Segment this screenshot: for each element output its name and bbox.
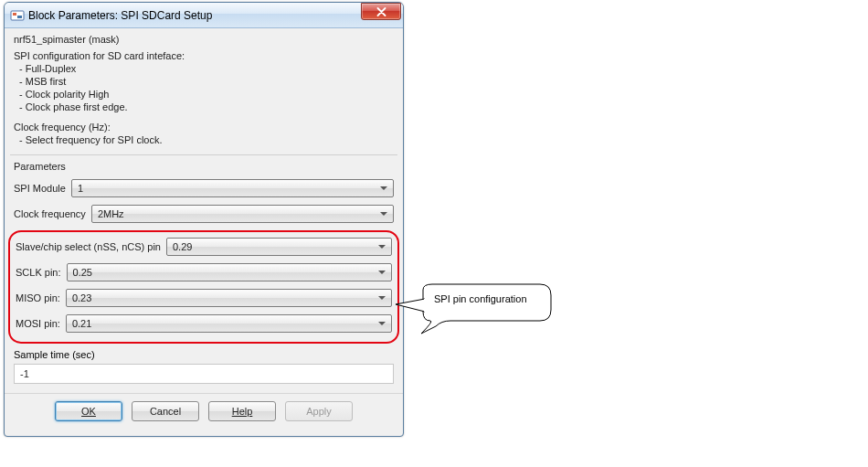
speech-bubble-icon <box>394 281 558 335</box>
svg-rect-2 <box>17 16 22 18</box>
sample-time-input[interactable] <box>14 364 394 384</box>
nss-pin-label: Slave/chip select (nSS, nCS) pin <box>16 241 161 252</box>
nss-pin-value: 0.29 <box>173 241 192 252</box>
desc-bullet: - Clock polarity High <box>14 89 394 100</box>
clock-frequency-label: Clock frequency <box>14 208 86 219</box>
ok-button[interactable]: OK <box>55 401 122 421</box>
close-button[interactable] <box>361 3 401 20</box>
spi-module-select[interactable]: 1 <box>71 179 394 197</box>
mosi-pin-label: MOSI pin: <box>16 318 60 329</box>
miso-pin-label: MISO pin: <box>16 292 60 303</box>
mosi-pin-select[interactable]: 0.21 <box>66 314 392 333</box>
param-clock-frequency: Clock frequency 2MHz <box>14 205 394 223</box>
help-button[interactable]: Help <box>208 401 276 421</box>
sclk-pin-label: SCLK pin: <box>16 267 61 278</box>
param-sample-time: Sample time (sec) <box>14 349 394 384</box>
apply-button: Apply <box>285 401 353 421</box>
desc-clock-bullet: - Select frequency for SPI clock. <box>14 134 394 145</box>
dialog-body: nrf51_spimaster (mask) SPI configuration… <box>5 28 403 436</box>
param-nss-pin: Slave/chip select (nSS, nCS) pin 0.29 <box>16 238 392 256</box>
svg-rect-1 <box>13 13 16 16</box>
clock-frequency-select[interactable]: 2MHz <box>91 205 394 223</box>
param-spi-module: SPI Module 1 <box>14 179 394 197</box>
divider <box>10 154 397 155</box>
svg-rect-3 <box>424 299 428 312</box>
sample-time-label: Sample time (sec) <box>14 349 95 360</box>
mask-name: nrf51_spimaster (mask) <box>14 34 394 45</box>
sclk-pin-value: 0.25 <box>73 267 92 278</box>
nss-pin-select[interactable]: 0.29 <box>166 238 392 256</box>
window-title: Block Parameters: SPI SDCard Setup <box>28 9 361 22</box>
param-miso-pin: MISO pin: 0.23 <box>16 289 392 307</box>
annotation-text: SPI pin configuration <box>434 293 527 304</box>
desc-clock-intro: Clock frequency (Hz): <box>14 122 394 133</box>
spi-module-value: 1 <box>78 183 83 194</box>
cancel-button-label: Cancel <box>150 406 181 417</box>
mosi-pin-value: 0.21 <box>72 318 91 329</box>
parameters-heading: Parameters <box>14 161 394 172</box>
desc-intro: SPI configuration for SD card inteface: <box>14 50 394 61</box>
close-icon <box>376 7 386 16</box>
miso-pin-select[interactable]: 0.23 <box>66 289 392 307</box>
description-block: SPI configuration for SD card inteface: … <box>14 50 394 145</box>
sclk-pin-select[interactable]: 0.25 <box>67 263 392 281</box>
param-sclk-pin: SCLK pin: 0.25 <box>16 263 392 281</box>
spi-pin-config-group: Slave/chip select (nSS, nCS) pin 0.29 SC… <box>8 230 399 344</box>
button-row: OK Cancel Help Apply <box>5 393 403 427</box>
clock-frequency-value: 2MHz <box>98 208 124 219</box>
desc-bullet: - MSB first <box>14 76 394 87</box>
ok-button-label: OK <box>81 406 96 417</box>
apply-button-label: Apply <box>306 406 332 417</box>
desc-bullet: - Full-Duplex <box>14 63 394 74</box>
cancel-button[interactable]: Cancel <box>132 401 199 421</box>
help-button-label: Help <box>232 406 253 417</box>
miso-pin-value: 0.23 <box>72 292 91 303</box>
desc-bullet: - Clock phase first edge. <box>14 101 394 112</box>
titlebar[interactable]: Block Parameters: SPI SDCard Setup <box>5 3 403 28</box>
param-mosi-pin: MOSI pin: 0.21 <box>16 314 392 333</box>
app-icon <box>10 8 25 23</box>
spi-module-label: SPI Module <box>14 183 66 194</box>
dialog-window: Block Parameters: SPI SDCard Setup nrf51… <box>4 2 404 437</box>
annotation-callout: SPI pin configuration <box>423 286 549 324</box>
